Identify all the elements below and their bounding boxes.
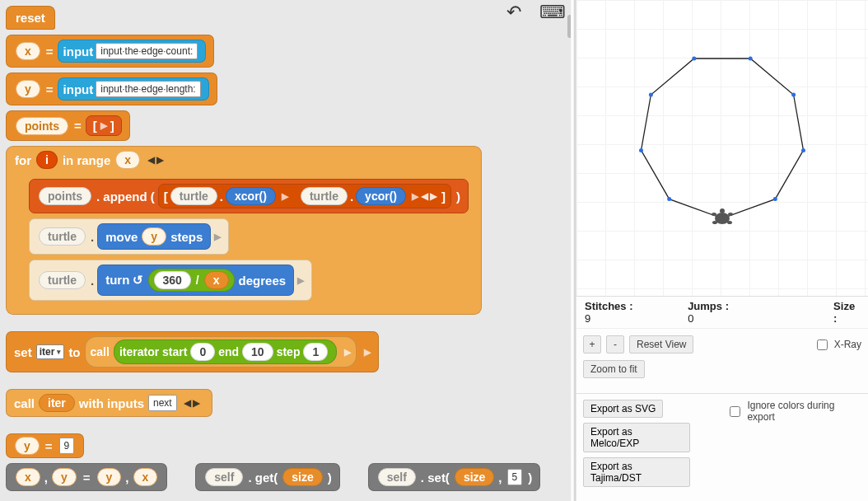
export-melco-button[interactable]: Export as Melco/EXP xyxy=(583,423,690,452)
zoom-fit-button[interactable]: Zoom to fit xyxy=(583,360,645,378)
turtle-ref[interactable]: turtle xyxy=(39,271,86,289)
input-next[interactable]: next xyxy=(148,395,177,411)
zoom-in-button[interactable]: + xyxy=(583,335,601,354)
assign-x-block[interactable]: x = input input·the·edge·count: xyxy=(6,35,214,68)
assign-y-nine-block[interactable]: y = 9 xyxy=(6,433,84,458)
ignore-colors-checkbox[interactable]: Ignore colors during export xyxy=(726,400,861,423)
move-label: move xyxy=(105,230,138,244)
svg-point-11 xyxy=(720,208,725,213)
svg-point-4 xyxy=(649,93,653,97)
input-prompt-1[interactable]: input·the·edge·count: xyxy=(96,43,198,59)
turtle-turn-wrapper[interactable]: turtle . turn ↺ 360 / x degrees ▶ xyxy=(29,260,312,301)
var-y[interactable]: y xyxy=(52,468,77,486)
stitch-info: Stitches : 9 Jumps : 0 Size : xyxy=(576,297,868,329)
arrows-icon[interactable]: ◀▶ xyxy=(184,397,202,409)
expand-icon[interactable]: ▶ xyxy=(364,347,371,358)
var-y[interactable]: y xyxy=(97,468,122,486)
step-value[interactable]: 1 xyxy=(303,343,328,361)
expand-icon[interactable]: ▶ xyxy=(412,191,418,202)
turn-block[interactable]: turn ↺ 360 / x degrees xyxy=(97,265,294,296)
expand-icon[interactable]: ▶ xyxy=(282,191,288,202)
pane-divider[interactable] xyxy=(571,0,576,501)
iter-dropdown[interactable]: iter xyxy=(36,344,65,359)
export-section: Export as SVG Export as Melco/EXP Export… xyxy=(576,393,868,493)
input-block[interactable]: input input·the·edge·length: xyxy=(58,77,209,101)
divider-handle[interactable] xyxy=(567,15,571,38)
xray-label: X-Ray xyxy=(834,339,861,350)
set-label: . set( xyxy=(421,471,450,485)
set-label: set xyxy=(14,345,32,359)
size-ref[interactable]: size xyxy=(282,468,322,486)
divide-block[interactable]: 360 / x xyxy=(148,269,235,292)
var-x[interactable]: x xyxy=(16,468,40,486)
expand-icon[interactable]: ▶ xyxy=(100,120,107,131)
turtle-ref[interactable]: turtle xyxy=(39,227,86,246)
xcor-block[interactable]: xcor() xyxy=(226,187,276,205)
self-ref[interactable]: self xyxy=(378,468,416,486)
svg-point-5 xyxy=(692,57,696,61)
var-x-ref[interactable]: x xyxy=(204,271,229,289)
var-points-ref[interactable]: points xyxy=(39,187,91,205)
export-tajima-button[interactable]: Export as Tajima/DST xyxy=(583,457,690,487)
xray-checkbox[interactable]: X-Ray xyxy=(814,337,861,353)
num-360[interactable]: 360 xyxy=(154,271,191,289)
svg-marker-0 xyxy=(642,59,804,218)
expand-icon[interactable]: ▶ xyxy=(214,232,221,242)
to-label: to xyxy=(68,345,80,359)
reset-view-button[interactable]: Reset View xyxy=(629,335,693,354)
turtle-ref[interactable]: turtle xyxy=(301,187,348,205)
empty-list-block[interactable]: [ ▶ ] xyxy=(86,115,122,136)
export-svg-button[interactable]: Export as SVG xyxy=(583,400,663,418)
move-block[interactable]: move y steps xyxy=(97,223,211,250)
close-paren: ) xyxy=(328,471,332,485)
jumps-value: 0 xyxy=(688,312,693,325)
points-append-block[interactable]: points . append ( [ turtle . xcor() ▶ tu… xyxy=(29,179,469,213)
expand-icon[interactable]: ▶ xyxy=(344,347,351,358)
inner-list[interactable]: [ turtle . xcor() ▶ turtle . ycor() ▶ ◀▶… xyxy=(158,184,451,208)
polygon-drawing xyxy=(623,37,821,235)
iterator-block[interactable]: iterator start 0 end 10 step 1 xyxy=(114,339,337,364)
var-y-ref[interactable]: y xyxy=(142,227,166,246)
turtle-ref[interactable]: turtle xyxy=(170,187,217,205)
call-iter-block[interactable]: call iter with inputs next ◀▶ xyxy=(6,389,212,417)
self-set-block[interactable]: self . set( size , 5 ) xyxy=(368,463,540,491)
literal-5[interactable]: 5 xyxy=(507,469,523,485)
assign-points-block[interactable]: points = [ ▶ ] xyxy=(6,110,130,141)
expand-icon[interactable]: ▶ xyxy=(297,275,304,286)
block-editor[interactable]: ↶ ⌨ reset x = input input·the·edge·count… xyxy=(0,0,571,501)
jumps-label: Jumps : xyxy=(688,300,729,312)
xray-input[interactable] xyxy=(817,339,828,350)
var-x[interactable]: x xyxy=(133,468,158,486)
keyboard-icon[interactable]: ⌨ xyxy=(539,2,566,23)
arrows-icon[interactable]: ◀▶ xyxy=(421,190,439,202)
close-paren: ) xyxy=(528,471,532,485)
stitch-canvas[interactable] xyxy=(576,0,868,297)
end-value[interactable]: 10 xyxy=(242,343,273,361)
var-y: y xyxy=(15,437,40,455)
view-controls: + - Reset View X-Ray xyxy=(576,329,868,360)
reset-block[interactable]: reset xyxy=(6,6,55,30)
for-loop-block[interactable]: for i in range x ◀▶ points . append ( [ … xyxy=(6,146,482,315)
input-prompt-2[interactable]: input·the·edge·length: xyxy=(96,81,200,97)
tuple-swap-block[interactable]: x , y = y , x xyxy=(6,463,167,491)
var-x-ref[interactable]: x xyxy=(115,151,140,169)
self-ref[interactable]: self xyxy=(205,468,243,486)
input-block[interactable]: input input·the·edge·count: xyxy=(58,40,207,63)
self-get-block[interactable]: self . get( size ) xyxy=(195,463,339,491)
input-label: input xyxy=(63,44,94,59)
call-wrapper[interactable]: call iterator start 0 end 10 step 1 ▶ xyxy=(85,336,357,368)
undo-icon[interactable]: ↶ xyxy=(506,2,521,23)
start-value[interactable]: 0 xyxy=(190,343,215,361)
zoom-out-button[interactable]: - xyxy=(606,335,624,354)
ignore-colors-input[interactable] xyxy=(730,406,740,417)
size-ref[interactable]: size xyxy=(455,468,494,486)
for-body[interactable]: points . append ( [ turtle . xcor() ▶ tu… xyxy=(21,173,476,307)
iter-ref[interactable]: iter xyxy=(39,394,75,412)
assign-y-block[interactable]: y = input input·the·edge·length: xyxy=(6,73,217,105)
comma-label: , xyxy=(498,471,502,485)
set-iter-block[interactable]: set iter to call iterator start 0 end 10… xyxy=(6,331,379,372)
arrows-icon[interactable]: ◀▶ xyxy=(147,154,166,166)
ycor-block[interactable]: ycor() xyxy=(356,187,406,205)
literal-9[interactable]: 9 xyxy=(59,438,75,454)
turtle-move-wrapper[interactable]: turtle . move y steps ▶ xyxy=(29,218,229,255)
